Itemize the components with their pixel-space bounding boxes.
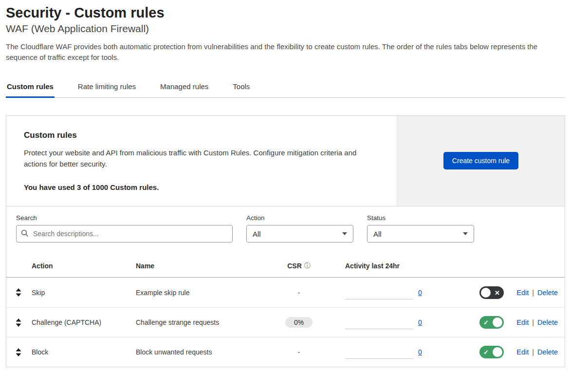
page-description: The Cloudflare WAF provides both automat…	[6, 41, 563, 63]
rule-name: Example skip rule	[136, 289, 253, 297]
rule-enabled-toggle[interactable]: ✓	[479, 346, 504, 358]
page-subtitle: WAF (Web Application Firewall)	[6, 23, 565, 35]
rule-csr-value: 0%	[285, 317, 313, 328]
drag-handle-icon[interactable]	[14, 317, 23, 328]
activity-count-link[interactable]: 0	[418, 289, 422, 297]
table-header-row: Action Name CSR ⓘ Activity last 24hr	[6, 254, 565, 278]
rule-name: Challenge strange requests	[136, 318, 253, 326]
table-row: Block Block unwanted requests - 0 ✓ Edit…	[6, 337, 565, 367]
link-separator: |	[532, 318, 534, 326]
toggle-knob	[493, 317, 502, 327]
activity-sparkline	[345, 287, 413, 299]
search-input[interactable]	[16, 225, 233, 243]
tab-rate-limiting-rules[interactable]: Rate limiting rules	[77, 77, 137, 98]
custom-rules-panel: Custom rules Protect your website and AP…	[6, 115, 565, 368]
usage-summary: You have used 3 of 1000 Custom rules.	[24, 183, 379, 191]
status-filter-value: All	[373, 230, 382, 238]
card-description: Protect your website and API from malici…	[24, 147, 379, 170]
activity-sparkline	[345, 317, 413, 329]
rule-action: Challenge (CAPTCHA)	[32, 318, 136, 326]
rule-name: Block unwanted requests	[136, 348, 253, 356]
activity-count-link[interactable]: 0	[418, 318, 422, 326]
column-header-action: Action	[32, 262, 136, 270]
page-title: Security - Custom rules	[6, 5, 565, 21]
toggle-knob	[481, 288, 491, 298]
rule-enabled-toggle[interactable]: ✕	[479, 286, 504, 299]
tab-managed-rules[interactable]: Managed rules	[159, 77, 209, 98]
table-row: Skip Example skip rule - 0 ✕ Edit | Dele…	[6, 278, 565, 307]
rule-action: Skip	[32, 289, 136, 297]
tab-custom-rules[interactable]: Custom rules	[6, 77, 55, 98]
delete-rule-link[interactable]: Delete	[537, 318, 558, 326]
action-filter-value: All	[253, 230, 261, 238]
card-cta-panel: Create custom rule	[397, 116, 565, 206]
column-header-activity: Activity last 24hr	[345, 262, 418, 270]
toggle-state-icon: ✓	[483, 349, 489, 355]
chevron-down-icon	[342, 232, 347, 235]
table-row: Challenge (CAPTCHA) Challenge strange re…	[6, 307, 565, 337]
chevron-down-icon	[463, 232, 468, 235]
edit-rule-link[interactable]: Edit	[516, 289, 529, 297]
link-separator: |	[532, 348, 534, 356]
activity-count-link[interactable]: 0	[418, 348, 422, 356]
action-filter-select[interactable]: All	[246, 225, 353, 243]
search-label: Search	[16, 214, 233, 222]
link-separator: |	[532, 289, 534, 297]
rules-tab-bar: Custom rules Rate limiting rules Managed…	[6, 77, 565, 98]
column-header-name: Name	[136, 262, 253, 270]
rule-csr-value: -	[298, 348, 300, 356]
rule-action: Block	[32, 348, 136, 356]
rule-enabled-toggle[interactable]: ✓	[479, 316, 504, 329]
drag-handle-icon[interactable]	[14, 287, 23, 298]
delete-rule-link[interactable]: Delete	[537, 289, 558, 297]
action-filter-label: Action	[246, 214, 353, 222]
create-custom-rule-button[interactable]: Create custom rule	[443, 152, 518, 169]
status-filter: Status All	[367, 214, 474, 243]
column-header-csr: CSR	[287, 262, 302, 270]
toggle-state-icon: ✕	[495, 289, 500, 296]
activity-sparkline	[345, 346, 413, 359]
status-filter-label: Status	[367, 214, 474, 222]
card-title: Custom rules	[24, 131, 379, 140]
rule-csr-value: -	[298, 289, 300, 297]
filter-bar: Search Action All Status All	[6, 206, 565, 254]
action-filter: Action All	[246, 214, 353, 243]
toggle-state-icon: ✓	[483, 319, 489, 326]
edit-rule-link[interactable]: Edit	[516, 348, 529, 356]
search-filter: Search	[16, 214, 233, 243]
delete-rule-link[interactable]: Delete	[537, 348, 558, 356]
search-icon	[21, 229, 29, 239]
custom-rules-summary-card: Custom rules Protect your website and AP…	[6, 116, 565, 207]
info-icon[interactable]: ⓘ	[304, 261, 311, 270]
status-filter-select[interactable]: All	[367, 225, 474, 243]
drag-handle-icon[interactable]	[14, 347, 23, 358]
security-custom-rules-page: Security - Custom rules WAF (Web Applica…	[0, 0, 570, 367]
tab-tools[interactable]: Tools	[232, 77, 251, 98]
edit-rule-link[interactable]: Edit	[516, 318, 529, 326]
card-info: Custom rules Protect your website and AP…	[6, 116, 397, 206]
toggle-knob	[493, 347, 502, 357]
